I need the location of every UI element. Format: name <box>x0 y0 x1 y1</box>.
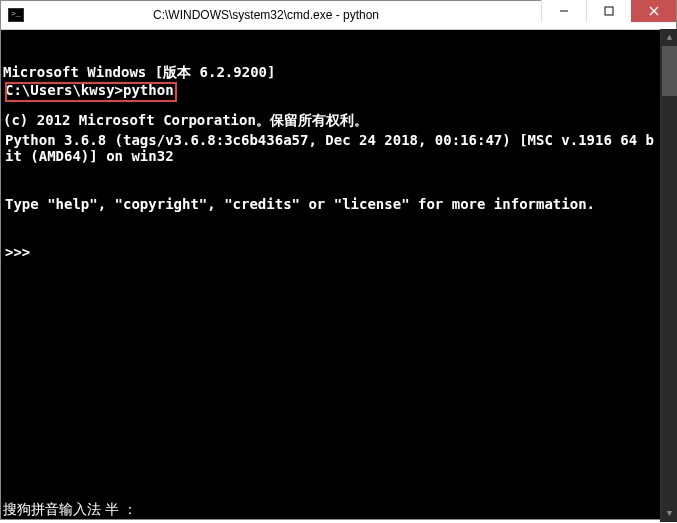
minimize-button[interactable] <box>541 0 586 22</box>
python-prompt: >>> <box>5 244 656 260</box>
output-line: Python 3.6.8 (tags/v3.6.8:3c6b436a57, De… <box>5 132 656 164</box>
application-window: C:\WINDOWS\system32\cmd.exe - python Mic… <box>0 0 677 520</box>
ime-status-bar: 搜狗拼音输入法 半 ： <box>3 501 137 517</box>
scroll-up-arrow-icon[interactable]: ▲ <box>661 29 677 46</box>
output-line: Type "help", "copyright", "credits" or "… <box>5 196 656 212</box>
system-menu-icon[interactable] <box>1 1 31 29</box>
scrollbar-thumb[interactable] <box>662 46 677 96</box>
output-line: Microsoft Windows [版本 6.2.9200] <box>3 64 674 80</box>
svg-rect-1 <box>605 7 613 15</box>
vertical-scrollbar[interactable]: ▲ ▼ <box>660 29 677 522</box>
window-title: C:\WINDOWS\system32\cmd.exe - python <box>31 8 541 22</box>
close-button[interactable] <box>631 0 676 22</box>
titlebar[interactable]: C:\WINDOWS\system32\cmd.exe - python <box>1 1 676 30</box>
maximize-button[interactable] <box>586 0 631 22</box>
cmd-icon <box>8 8 24 22</box>
console-area[interactable]: Microsoft Windows [版本 6.2.9200] (c) 2012… <box>1 30 676 519</box>
console-output: Microsoft Windows [版本 6.2.9200] (c) 2012… <box>3 32 674 240</box>
scroll-down-arrow-icon[interactable]: ▼ <box>661 505 677 522</box>
window-controls <box>541 1 676 29</box>
command-prompt-line: C:\Users\kwsy>python <box>5 82 174 98</box>
